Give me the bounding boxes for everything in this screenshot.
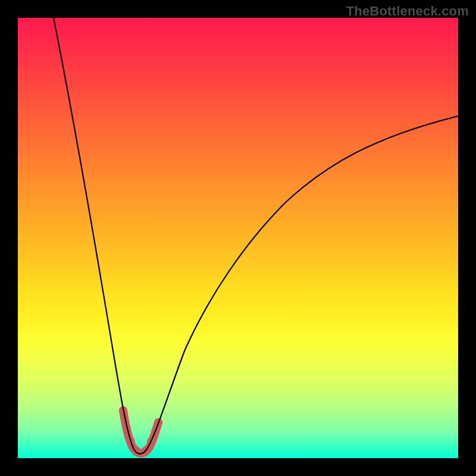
chart-frame: TheBottleneck.com <box>0 0 476 476</box>
watermark-text: TheBottleneck.com <box>346 4 469 19</box>
highlight-beads <box>119 406 162 457</box>
plot-area <box>18 18 458 458</box>
curve-layer <box>18 18 458 458</box>
bottleneck-curve <box>54 18 458 454</box>
